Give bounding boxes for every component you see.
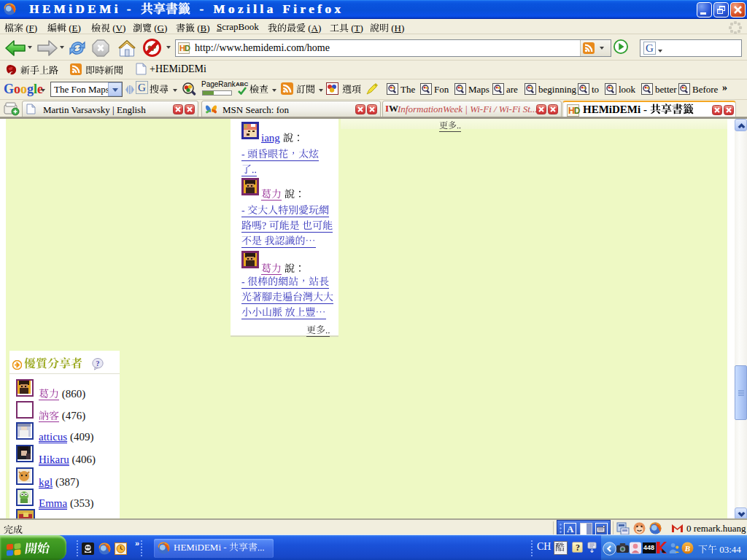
svg-text:B: B [684, 544, 690, 553]
svg-text:?: ? [96, 359, 100, 368]
